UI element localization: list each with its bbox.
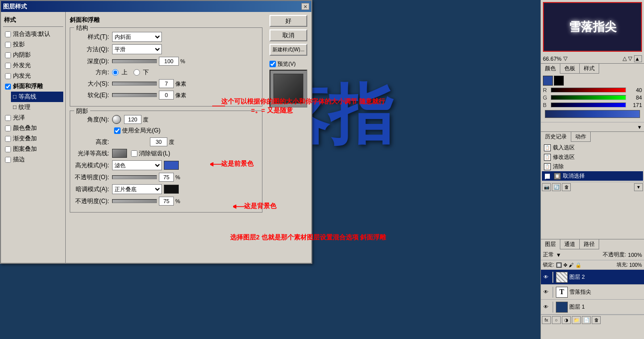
color-panel-collapse[interactable]: ▼ <box>541 122 644 131</box>
ok-button[interactable]: 好 <box>269 15 307 27</box>
layer-item-text[interactable]: 👁 T 雪落指尖 <box>541 285 644 300</box>
sidebar-item-satin[interactable]: 光泽 <box>3 113 63 123</box>
depth-input[interactable] <box>159 57 179 66</box>
sidebar-item-dropshadow[interactable]: 投影 <box>3 39 63 50</box>
r-slider-track[interactable] <box>551 88 626 93</box>
shadow-mode-select[interactable]: 正片叠底 <box>112 184 162 194</box>
preview-checkbox[interactable] <box>269 61 276 67</box>
style-select[interactable]: 内斜面 <box>112 32 162 42</box>
history-btn-3[interactable]: 🗑 <box>562 183 571 191</box>
b-slider-track[interactable] <box>551 103 626 108</box>
sidebar-item-bevel[interactable]: 斜面和浮雕 <box>3 81 63 92</box>
size-slider[interactable] <box>112 82 157 86</box>
dropshadow-checkbox[interactable] <box>5 42 11 48</box>
collapse-icon: ▼ <box>637 124 642 130</box>
tab-paths[interactable]: 路径 <box>580 239 599 249</box>
coloroverlay-checkbox[interactable] <box>5 125 11 131</box>
history-item-desel[interactable]: ▶ 📋 取消选择 <box>542 171 643 181</box>
sidebar-item-stroke[interactable]: 描边 <box>3 154 63 165</box>
cancel-button[interactable]: 取消 <box>269 29 307 41</box>
highlight-opacity-input[interactable] <box>159 173 174 182</box>
depth-slider[interactable] <box>112 59 157 63</box>
layers-btn-new[interactable]: 📄 <box>582 316 591 324</box>
right-panel: 雪落指尖 66.67% ▽ △ ▽ ▲ 颜色 色板 样式 R 40 G <box>540 0 644 339</box>
size-input[interactable] <box>159 79 174 88</box>
direction-up-label: 上 <box>122 68 128 77</box>
history-collapse-btn[interactable]: ▼ <box>634 183 643 191</box>
new-style-button[interactable]: 新建样式(W)... <box>269 44 307 56</box>
innerglow-checkbox[interactable] <box>5 73 11 79</box>
gloss-contour-preview[interactable] <box>112 149 127 158</box>
soften-slider[interactable] <box>112 93 157 97</box>
angle-input[interactable] <box>124 115 141 124</box>
history-btn-2[interactable]: 🔄 <box>552 183 561 191</box>
sidebar-item-outerglow[interactable]: 外发光 <box>3 60 63 71</box>
history-btn-1[interactable]: 📷 <box>542 183 551 191</box>
sidebar-item-gradientoverlay[interactable]: 渐变叠加 <box>3 133 63 144</box>
sidebar-item-texture[interactable]: □ 纹理 <box>11 102 63 113</box>
outerglow-checkbox[interactable] <box>5 63 11 69</box>
background-swatch[interactable] <box>554 76 564 86</box>
shadow-opacity-slider[interactable] <box>112 199 157 203</box>
antialias-label: 消除锯齿(L) <box>139 149 170 158</box>
tab-layers[interactable]: 图层 <box>541 239 560 249</box>
globallight-checkbox[interactable] <box>114 127 121 134</box>
foreground-swatch[interactable] <box>543 76 553 86</box>
bevel-checkbox[interactable] <box>5 84 11 90</box>
layer-eye-text[interactable]: 👁 <box>542 288 550 296</box>
sidebar-item-patternoverlay[interactable]: 图案叠加 <box>3 144 63 154</box>
g-slider-track[interactable] <box>551 95 626 100</box>
sidebar-item-blending[interactable]: 混合选项:默认 <box>3 29 63 39</box>
innershadow-checkbox[interactable] <box>5 52 11 58</box>
tab-actions[interactable]: 动作 <box>571 132 591 142</box>
layers-btn-fx[interactable]: fx <box>542 316 551 324</box>
highlight-color-swatch[interactable] <box>164 161 179 170</box>
satin-checkbox[interactable] <box>5 115 11 121</box>
layer-item-1[interactable]: 👁 图层 1 <box>541 300 644 315</box>
globallight-label: 使用全局光(G) <box>122 126 160 135</box>
tab-color[interactable]: 颜色 <box>541 64 560 74</box>
altitude-input[interactable] <box>150 137 167 146</box>
zoom-scroll[interactable]: ▲ <box>634 55 642 62</box>
tab-channels[interactable]: 通道 <box>560 239 580 249</box>
history-item-modsel[interactable]: 📋 修改选区 <box>542 152 643 162</box>
patternoverlay-checkbox[interactable] <box>5 146 11 152</box>
soften-input[interactable] <box>159 91 174 100</box>
layer-eye-2[interactable]: 👁 <box>542 273 550 281</box>
method-select[interactable]: 平滑 <box>112 44 162 54</box>
dialog-body: 样式 混合选项:默认 投影 内阴影 外发光 内发光 斜面和浮雕 □ 等高线 <box>1 12 311 263</box>
blending-checkbox[interactable] <box>5 31 11 37</box>
layer-eye-1[interactable]: 👁 <box>542 303 550 311</box>
sidebar-item-coloroverlay[interactable]: 颜色叠加 <box>3 123 63 133</box>
sidebar-item-innerglow[interactable]: 内发光 <box>3 71 63 81</box>
history-item-loadsel[interactable]: 📋 载入选区 <box>542 143 643 152</box>
sidebar-item-contour[interactable]: □ 等高线 <box>11 92 63 102</box>
direction-down-radio[interactable] <box>133 69 140 76</box>
close-button[interactable]: ✕ <box>301 3 309 10</box>
tab-swatches[interactable]: 色板 <box>560 64 580 74</box>
g-value: 84 <box>628 95 642 101</box>
layers-btn-delete[interactable]: 🗑 <box>592 316 601 324</box>
gradientoverlay-checkbox[interactable] <box>5 136 11 142</box>
sidebar-item-innershadow[interactable]: 内阴影 <box>3 50 63 60</box>
history-menu-btn[interactable]: ▼ <box>634 183 643 191</box>
shadow-color-swatch[interactable] <box>164 185 179 194</box>
size-unit: 像素 <box>175 80 186 88</box>
layers-btn-mask[interactable]: ○ <box>552 316 561 324</box>
tab-history[interactable]: 历史记录 <box>541 132 571 142</box>
direction-up-radio[interactable] <box>112 69 119 76</box>
history-icon-1: 📋 <box>544 144 551 151</box>
layer-link-2 <box>552 272 553 283</box>
highlight-opacity-slider[interactable] <box>112 175 157 179</box>
tab-styles[interactable]: 样式 <box>580 64 599 74</box>
stroke-checkbox[interactable] <box>5 157 11 163</box>
antialias-checkbox[interactable] <box>131 150 137 157</box>
shadow-opacity-input[interactable] <box>159 197 174 206</box>
highlight-mode-select[interactable]: 滤色 <box>112 160 162 170</box>
main-panel: 斜面和浮雕 结构 样式(T): 内斜面 方法(Q): 平滑 深 <box>66 12 266 263</box>
layers-btn-adj[interactable]: ◑ <box>562 316 571 324</box>
history-item-clear[interactable]: 📋 清除 <box>542 162 643 171</box>
angle-dial[interactable] <box>112 115 121 124</box>
layer-item-2[interactable]: 👁 图层 2 <box>541 270 644 285</box>
layers-btn-group[interactable]: 📁 <box>572 316 581 324</box>
